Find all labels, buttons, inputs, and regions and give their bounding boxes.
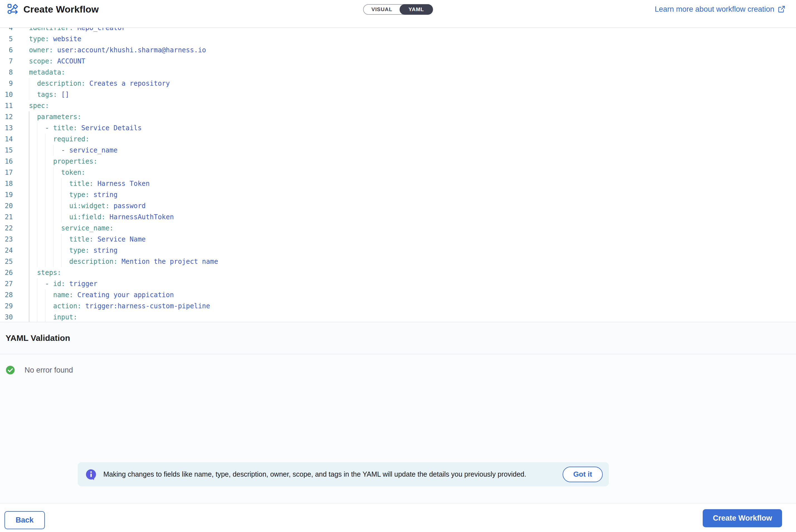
code-text: spec: [29,100,49,111]
external-link-icon [778,5,785,13]
indent-guide [61,245,61,256]
code-line[interactable]: 6owner: user:account/khushi.sharma@harne… [0,44,796,56]
page-title: Create Workflow [23,4,99,15]
code-line[interactable]: 15 - service_name [0,145,796,156]
indent-guide [45,289,46,301]
code-text: ui:field: HarnessAuthToken [29,211,174,223]
learn-more-label: Learn more about workflow creation [655,5,774,14]
code-line[interactable]: 4identifier: Repo_creator [0,28,796,33]
indent-guide [37,122,37,134]
code-line[interactable]: 27 - id: trigger [0,278,796,289]
line-number: 24 [0,245,13,256]
code-line[interactable]: 25 description: Mention the project name [0,256,796,267]
yaml-editor[interactable]: 4identifier: Repo_creator5type: website6… [0,28,796,322]
indent-guide [29,156,29,167]
toggle-yaml[interactable]: YAML [400,4,433,15]
toggle-visual[interactable]: VISUAL [364,5,400,14]
code-line[interactable]: 26 steps: [0,267,796,278]
line-number: 20 [0,200,13,211]
indent-guide [45,256,46,267]
code-line[interactable]: 29 action: trigger:harness-custom-pipeli… [0,301,796,311]
line-number: 6 [0,44,13,56]
indent-guide [37,200,37,211]
code-line[interactable]: 22 service_name: [0,223,796,234]
validation-status-text: No error found [24,366,73,375]
code-text: tags: [] [29,89,69,100]
code-line[interactable]: 16 properties: [0,156,796,167]
code-text: description: Mention the project name [29,256,218,267]
code-line[interactable]: 24 type: string [0,245,796,256]
indent-guide [29,223,29,234]
visual-yaml-toggle[interactable]: VISUAL YAML [363,4,433,15]
indent-guide [29,189,29,200]
line-number: 13 [0,122,13,134]
code-line[interactable]: 28 name: Creating your appication [0,289,796,301]
code-line[interactable]: 21 ui:field: HarnessAuthToken [0,211,796,223]
line-number: 18 [0,178,13,189]
indent-guide [61,189,61,200]
code-line[interactable]: 7scope: ACCOUNT [0,56,796,67]
got-it-button[interactable]: Got it [563,467,603,482]
indent-guide [29,289,29,301]
indent-guide [29,278,29,289]
line-number: 9 [0,78,13,89]
code-text: type: string [29,245,117,256]
indent-guide [45,178,46,189]
code-text: service_name: [29,223,113,234]
line-number: 19 [0,189,13,200]
workflow-icon [7,3,19,15]
indent-guide [29,111,29,122]
code-line[interactable]: 30 input: [0,311,796,322]
code-line[interactable]: 11spec: [0,100,796,111]
indent-guide [45,200,46,211]
indent-guide [37,167,37,178]
indent-guide [29,122,29,134]
line-number: 26 [0,267,13,278]
indent-guide [29,245,29,256]
indent-guide [29,234,29,245]
indent-guide [45,167,46,178]
line-number: 16 [0,156,13,167]
code-line[interactable]: 9 description: Creates a repository [0,78,796,89]
indent-guide [37,156,37,167]
code-line[interactable]: 12 parameters: [0,111,796,122]
code-text: steps: [29,267,61,278]
code-text: type: website [29,33,81,44]
indent-guide [37,311,37,322]
code-text: action: trigger:harness-custom-pipeline [29,301,210,311]
indent-guide [61,234,61,245]
line-number: 30 [0,311,13,322]
indent-guide [29,178,29,189]
back-button[interactable]: Back [4,511,45,529]
create-workflow-button[interactable]: Create Workflow [703,509,782,527]
yaml-validation-heading: YAML Validation [5,333,70,343]
code-line[interactable]: 5type: website [0,33,796,44]
indent-guide [37,256,37,267]
learn-more-link[interactable]: Learn more about workflow creation [655,3,785,16]
indent-guide [61,256,61,267]
indent-guide [45,245,46,256]
code-line[interactable]: 17 token: [0,167,796,178]
code-line[interactable]: 14 required: [0,134,796,145]
header: Create Workflow VISUAL YAML Learn more a… [0,0,796,28]
code-line[interactable]: 23 title: Service Name [0,234,796,245]
indent-guide [45,156,46,167]
code-text: type: string [29,189,117,200]
code-line[interactable]: 18 title: Harness Token [0,178,796,189]
indent-guide [37,178,37,189]
code-text: title: Harness Token [29,178,150,189]
check-circle-icon [5,365,15,375]
indent-guide [29,78,29,89]
code-block: 4identifier: Repo_creator5type: website6… [0,28,796,322]
indent-guide [45,301,46,311]
code-line[interactable]: 10 tags: [] [0,89,796,100]
code-line[interactable]: 13 - title: Service Details [0,122,796,134]
line-number: 25 [0,256,13,267]
line-number: 12 [0,111,13,122]
code-line[interactable]: 8metadata: [0,67,796,78]
code-text: - service_name [29,145,117,156]
code-text: identifier: Repo_creator [29,28,126,33]
indent-guide [29,267,29,278]
code-line[interactable]: 19 type: string [0,189,796,200]
code-line[interactable]: 20 ui:widget: password [0,200,796,211]
